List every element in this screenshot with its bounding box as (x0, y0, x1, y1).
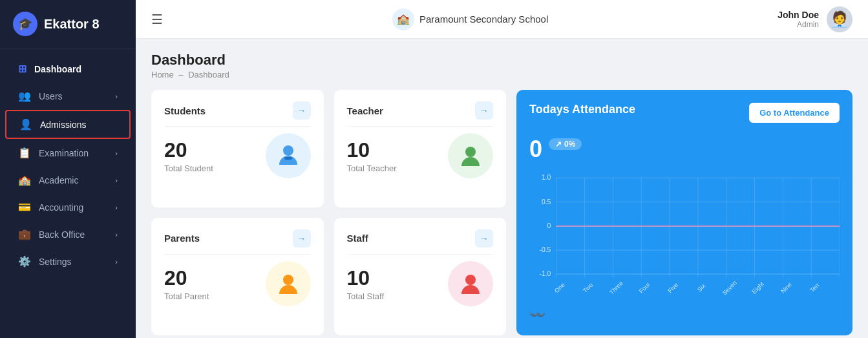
stat-count: 20 (164, 266, 209, 290)
stat-icon (448, 133, 493, 178)
sidebar-item-dashboard[interactable]: ⊞ Dashboard (5, 56, 131, 82)
svg-text:0: 0 (547, 222, 551, 229)
page-title: Dashboard (151, 52, 852, 69)
accounting-label: Accounting (39, 202, 83, 213)
attendance-header: Todays Attendance Go to Attendance (529, 103, 840, 123)
svg-text:-0.5: -0.5 (539, 246, 551, 253)
stat-card-body: 20 Total Parent (164, 261, 311, 306)
logo-text: Ekattor 8 (44, 17, 100, 32)
nav-item-left: ⊞ Dashboard (18, 63, 81, 75)
stat-count: 10 (347, 266, 385, 290)
svg-text:Six: Six (695, 282, 706, 293)
stat-count: 10 (347, 138, 397, 162)
main-area: ☰ 🏫 Paramount Secondary School John Doe … (136, 0, 868, 338)
svg-text:Ten: Ten (809, 282, 820, 294)
stat-label: Total Teacher (347, 164, 397, 173)
stat-icon (266, 261, 311, 306)
stat-label: Total Parent (164, 291, 209, 301)
attendance-count: 0 (529, 136, 542, 163)
sidebar-item-settings[interactable]: ⚙️ Settings › (5, 248, 131, 275)
settings-label: Settings (39, 257, 72, 267)
page-header: Dashboard Home – Dashboard (151, 52, 852, 79)
accounting-arrow: › (115, 204, 118, 211)
svg-point-2 (465, 147, 476, 157)
settings-icon: ⚙️ (18, 255, 31, 268)
svg-text:1.0: 1.0 (542, 173, 551, 181)
stat-divider (347, 126, 494, 127)
breadcrumb-sep: – (178, 70, 183, 79)
svg-text:Two: Two (582, 281, 595, 294)
backoffice-arrow: › (115, 231, 118, 238)
go-attendance-button[interactable]: Go to Attendance (749, 103, 840, 123)
school-icon: 🏫 (392, 8, 414, 30)
topbar-left: ☰ (151, 12, 163, 27)
dashboard-label: Dashboard (34, 64, 81, 74)
stat-card-header: Teacher → (347, 101, 494, 120)
user-role: Admin (778, 20, 819, 29)
backoffice-label: Back Office (39, 229, 85, 240)
sidebar-item-accounting[interactable]: 💳 Accounting › (5, 194, 131, 220)
stat-card-body: 10 Total Teacher (347, 133, 494, 178)
stat-arrow-btn[interactable]: → (293, 229, 311, 248)
svg-text:-1.0: -1.0 (539, 269, 551, 277)
sidebar-item-backoffice[interactable]: 💼 Back Office › (5, 221, 131, 248)
stat-card-header: Parents → (164, 229, 311, 248)
svg-text:One: One (553, 281, 566, 295)
stat-label: Total Staff (347, 291, 385, 301)
user-avatar: 🧑‍💼 (827, 6, 852, 32)
sidebar-item-academic[interactable]: 🏫 Academic › (5, 167, 131, 193)
nav-item-left: 💼 Back Office (18, 228, 85, 240)
attendance-chart: 1.0 0.5 0 -0.5 -1.0 One Two Three Four (529, 164, 840, 302)
stat-arrow-btn[interactable]: → (293, 101, 311, 120)
svg-text:Nine: Nine (779, 280, 793, 295)
svg-text:Three: Three (608, 279, 624, 296)
school-name: Paramount Secondary School (419, 14, 548, 25)
nav-item-left: 🏫 Academic (18, 174, 78, 186)
svg-point-3 (283, 275, 293, 285)
sidebar-item-examination[interactable]: 📋 Examination › (5, 140, 131, 166)
svg-point-0 (283, 145, 293, 156)
settings-arrow: › (115, 258, 118, 266)
topbar-right: John Doe Admin 🧑‍💼 (778, 6, 852, 32)
svg-rect-1 (284, 157, 292, 160)
svg-text:Five: Five (666, 281, 679, 295)
academic-label: Academic (39, 175, 78, 185)
logo-area: 🎓 Ekattor 8 (0, 0, 136, 48)
stat-arrow-btn[interactable]: → (475, 101, 493, 120)
sidebar-item-users[interactable]: 👥 Users › (5, 83, 131, 109)
user-info: John Doe Admin (778, 10, 819, 29)
stat-icon (448, 261, 493, 306)
svg-text:Four: Four (637, 280, 651, 295)
attendance-title: Todays Attendance (529, 103, 635, 116)
sidebar-item-admissions[interactable]: 👤 Admissions (5, 110, 131, 139)
stat-card-parents: Parents → 20 Total Parent (151, 218, 324, 335)
stat-title: Teacher (347, 105, 383, 116)
stat-count: 20 (164, 138, 213, 162)
stat-arrow-btn[interactable]: → (475, 229, 493, 248)
stat-card-students: Students → 20 Total Student (151, 90, 324, 207)
stat-icon (266, 133, 311, 178)
examination-label: Examination (39, 148, 89, 158)
stat-card-body: 10 Total Staff (347, 261, 494, 306)
dashboard-icon: ⊞ (18, 63, 26, 75)
sidebar: 🎓 Ekattor 8 ⊞ Dashboard 👥 Users › 👤 Admi… (0, 0, 136, 338)
user-name: John Doe (778, 10, 819, 20)
attendance-footer: 〰️ (529, 307, 840, 322)
stat-card-body: 20 Total Student (164, 133, 311, 178)
content-area: Dashboard Home – Dashboard Students → 20… (136, 39, 868, 338)
stat-divider (164, 254, 311, 255)
stat-card-teacher: Teacher → 10 Total Teacher (334, 90, 507, 207)
stat-card-header: Staff → (347, 229, 494, 248)
topbar-center: 🏫 Paramount Secondary School (392, 8, 548, 30)
nav-item-left: 📋 Examination (18, 147, 89, 159)
stat-title: Parents (164, 233, 200, 244)
accounting-icon: 💳 (18, 201, 31, 213)
nav-item-left: 💳 Accounting (18, 201, 83, 213)
users-arrow: › (115, 92, 118, 100)
chart-area: 1.0 0.5 0 -0.5 -1.0 One Two Three Four (529, 164, 840, 302)
breadcrumb-home: Home (151, 70, 174, 79)
breadcrumb-current: Dashboard (188, 70, 229, 79)
stat-divider (347, 254, 494, 255)
logo-icon: 🎓 (13, 12, 37, 36)
hamburger-icon[interactable]: ☰ (151, 12, 163, 27)
